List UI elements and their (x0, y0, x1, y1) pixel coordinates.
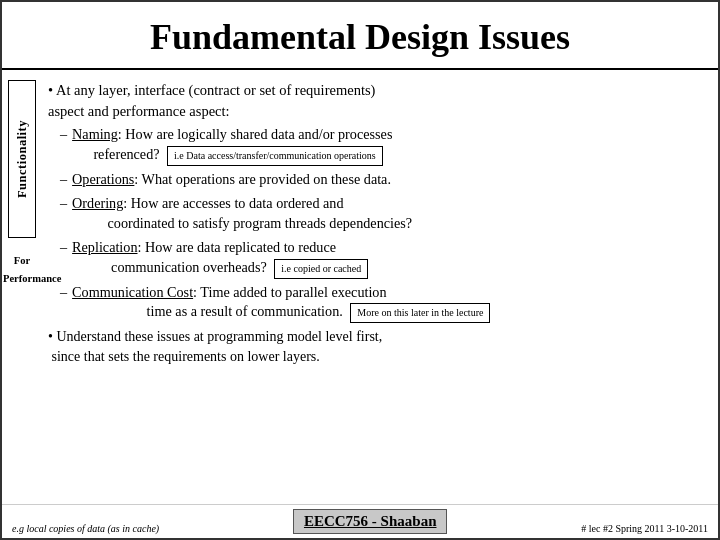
replication-label: Replication (72, 239, 137, 255)
operations-text: : What operations are provided on these … (134, 171, 391, 187)
top-bullet-dot: • (48, 82, 53, 98)
ordering-text2: coordinated to satisfy program threads d… (72, 215, 412, 231)
dash-commcost: – (60, 283, 67, 303)
commcost-label: Communication Cost (72, 284, 193, 300)
functionality-wrapper: Functionality (8, 80, 36, 238)
sub-items: – Naming: How are logically shared data … (60, 125, 704, 323)
naming-text2: referenced? i.e Data access/transfer/com… (72, 146, 383, 162)
footer-right: # lec #2 Spring 2011 3-10-2011 (581, 523, 708, 534)
main-content: • At any layer, interface (contract or s… (42, 70, 718, 504)
dash-operations: – (60, 170, 67, 190)
replication-tooltip: i.e copied or cached (274, 259, 368, 279)
slide-main: Functionality ForPerformance • At any la… (2, 70, 718, 504)
ordering-content: Ordering: How are accesses to data order… (72, 194, 704, 234)
replication-text2: communication overheads? i.e copied or c… (72, 259, 368, 275)
naming-label: Naming (72, 126, 118, 142)
naming-colon: : How are logically shared data and/or p… (118, 126, 393, 142)
operations-label: Operations (72, 171, 134, 187)
naming-content: Naming: How are logically shared data an… (72, 125, 704, 166)
top-bullet-text: At any layer, interface (contract or set… (48, 82, 375, 119)
replication-content: Replication: How are data replicated to … (72, 238, 704, 279)
slide: Fundamental Design Issues Functionality … (0, 0, 720, 540)
operations-item: – Operations: What operations are provid… (60, 170, 704, 190)
replication-item: – Replication: How are data replicated t… (60, 238, 704, 279)
replication-text: : How are data replicated to reduce (138, 239, 337, 255)
naming-tooltip: i.e Data access/transfer/communication o… (167, 146, 383, 166)
ordering-label: Ordering (72, 195, 123, 211)
top-bullet: • At any layer, interface (contract or s… (46, 80, 704, 121)
dash-replication: – (60, 238, 67, 258)
commcost-text2: time as a result of communication. More … (72, 303, 490, 319)
slide-title: Fundamental Design Issues (2, 2, 718, 70)
commcost-tooltip: More on this later in the lecture (350, 303, 490, 323)
commcost-text: : Time added to parallel execution (193, 284, 386, 300)
for-performance-wrapper: ForPerformance (3, 250, 41, 286)
naming-item: – Naming: How are logically shared data … (60, 125, 704, 166)
slide-footer: e.g local copies of data (as in cache) E… (2, 504, 718, 538)
footer-left: e.g local copies of data (as in cache) (12, 523, 159, 534)
bottom-bullet-dot: • (48, 329, 53, 344)
vertical-labels: Functionality ForPerformance (2, 70, 42, 504)
operations-content: Operations: What operations are provided… (72, 170, 704, 190)
commcost-item: – Communication Cost: Time added to para… (60, 283, 704, 324)
ordering-item: – Ordering: How are accesses to data ord… (60, 194, 704, 234)
bottom-bullet: • Understand these issues at programming… (46, 327, 704, 366)
dash-ordering: – (60, 194, 67, 214)
bottom-bullet-text: Understand these issues at programming m… (48, 329, 382, 364)
ordering-text: : How are accesses to data ordered and (123, 195, 343, 211)
commcost-content: Communication Cost: Time added to parall… (72, 283, 704, 324)
eecc-badge: EECC756 - Shaaban (293, 509, 448, 534)
functionality-label: Functionality (15, 120, 30, 198)
dash-naming: – (60, 125, 67, 145)
